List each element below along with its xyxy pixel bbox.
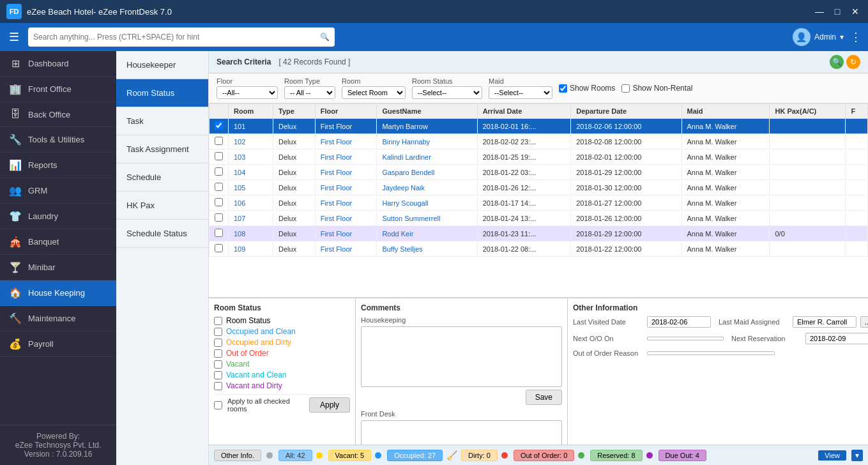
sub-sidebar-item-schedule[interactable]: Schedule [116, 164, 208, 192]
sub-sidebar-item-task[interactable]: Task [116, 107, 208, 135]
floor-select[interactable]: --All--First FloorSecond FloorThird Floo… [217, 86, 278, 99]
hamburger-menu-icon[interactable]: ☰ [6, 27, 22, 47]
arrival-cell: 2018-01-22 08:... [477, 241, 571, 257]
sidebar-item-back-office[interactable]: 🗄 Back Office [0, 102, 116, 127]
table-row[interactable]: 101 Delux First Floor Martyn Barrow 2018… [209, 119, 868, 134]
maid-cell: Anna M. Walker [681, 149, 770, 165]
all-badge-button[interactable]: All: 42 [278, 450, 312, 461]
apply-button[interactable]: Apply [309, 397, 350, 413]
row-checkbox[interactable] [215, 137, 223, 145]
row-checkbox-cell[interactable] [209, 241, 229, 257]
more-options-icon[interactable]: ⋮ [850, 30, 862, 44]
table-row[interactable]: 105 Delux First Floor Jaydeep Naik 2018-… [209, 180, 868, 195]
show-rooms-checkbox[interactable] [559, 84, 567, 93]
arrival-cell: 2018-01-23 11:... [477, 226, 571, 241]
col-hk: HK Pax(A/C) [770, 104, 846, 119]
row-checkbox[interactable] [215, 229, 223, 237]
apply-all-checkbox[interactable] [214, 401, 222, 409]
search-criteria-search-icon[interactable]: 🔍 [830, 55, 844, 69]
sidebar-item-tools-utilities[interactable]: 🔧 Tools & Utilities [0, 127, 116, 153]
close-button[interactable]: ✕ [849, 6, 862, 17]
row-checkbox[interactable] [215, 213, 223, 222]
sidebar-item-house-keeping[interactable]: 🏠 House Keeping [0, 280, 116, 306]
rs-va-checkbox[interactable] [214, 360, 222, 369]
row-checkbox-cell[interactable] [209, 165, 229, 180]
reserved-badge-button[interactable]: Reserved: 8 [590, 450, 642, 461]
rs-vd-checkbox[interactable] [214, 382, 222, 390]
table-row[interactable]: 107 Delux First Floor Sutton Summerrell … [209, 211, 868, 226]
sidebar-item-minibar[interactable]: 🍸 Minibar [0, 255, 116, 280]
search-box[interactable]: 🔍 [28, 27, 335, 47]
row-checkbox-cell[interactable] [209, 195, 229, 211]
rs-od-checkbox[interactable] [214, 339, 222, 347]
sidebar-item-front-office[interactable]: 🏢 Front Office [0, 77, 116, 102]
maintenance-icon: 🔨 [9, 312, 22, 324]
row-checkbox-cell[interactable] [209, 180, 229, 195]
row-checkbox-cell[interactable] [209, 149, 229, 165]
row-checkbox-cell[interactable] [209, 226, 229, 241]
row-checkbox[interactable] [215, 167, 223, 176]
house-keeping-icon: 🏠 [9, 287, 22, 299]
view-button[interactable]: View [818, 450, 846, 461]
room-status-select[interactable]: --Select--OccupiedVacantOut of Order [412, 86, 482, 99]
row-checkbox-cell[interactable] [209, 119, 229, 134]
sub-sidebar-item-task-assignment[interactable]: Task Assignment [116, 135, 208, 164]
sidebar-item-banquet[interactable]: 🎪 Banquet [0, 229, 116, 255]
minimize-button[interactable]: — [813, 6, 826, 17]
maximize-button[interactable]: □ [831, 6, 844, 17]
table-row[interactable]: 106 Delux First Floor Harry Scougall 201… [209, 195, 868, 211]
maid-select[interactable]: --Select-- [489, 86, 552, 99]
sidebar-item-payroll[interactable]: 💰 Payroll [0, 332, 116, 357]
dots-button[interactable]: .. [860, 316, 868, 328]
sub-sidebar-item-housekeeper[interactable]: Housekeeper [116, 51, 208, 79]
rs-oo-checkbox[interactable] [214, 349, 222, 358]
show-non-rental-checkbox[interactable] [621, 84, 630, 93]
front-desk-textarea[interactable] [361, 420, 562, 445]
row-checkbox[interactable] [215, 183, 223, 191]
row-checkbox-cell[interactable] [209, 134, 229, 149]
sub-sidebar-item-room-status[interactable]: Room Status [116, 79, 208, 107]
sidebar-item-reports[interactable]: 📊 Reports [0, 153, 116, 178]
search-input[interactable] [33, 33, 316, 42]
bottom-panels: Room Status Room Status Occupied and Cle… [209, 298, 868, 445]
row-checkbox[interactable] [215, 244, 223, 252]
table-row[interactable]: 109 Delux First Floor Buffy Stelljes 201… [209, 241, 868, 257]
dueout-badge-button[interactable]: Due Out: 4 [659, 450, 706, 461]
sidebar-item-dashboard[interactable]: ⊞ Dashboard [0, 51, 116, 77]
dirty-badge-button[interactable]: Dirty: 0 [461, 450, 498, 461]
sub-sidebar-item-schedule-status[interactable]: Schedule Status [116, 220, 208, 248]
status-bar: Other Info. All: 42 Vacant: 5 Occupied: … [209, 445, 868, 465]
rs-vc-checkbox[interactable] [214, 371, 222, 379]
rs-all-checkbox[interactable] [214, 317, 222, 325]
sidebar-item-grm[interactable]: 👥 GRM [0, 178, 116, 204]
occupied-badge-button[interactable]: Occupied: 27 [387, 450, 443, 461]
vacant-badge-button[interactable]: Vacant: 5 [328, 450, 372, 461]
rs-vc-label: Vacant and Clean [226, 370, 287, 379]
col-room: Room [229, 104, 273, 119]
table-row[interactable]: 108 Delux First Floor Rodd Keir 2018-01-… [209, 226, 868, 241]
row-checkbox[interactable] [215, 198, 223, 206]
f-cell [846, 134, 868, 149]
table-row[interactable]: 104 Delux First Floor Gasparo Bendell 20… [209, 165, 868, 180]
sidebar-item-maintenance[interactable]: 🔨 Maintenance [0, 306, 116, 332]
room-type-select[interactable]: -- All --DeluxSuiteStandard [284, 86, 335, 99]
row-checkbox[interactable] [215, 121, 223, 130]
sidebar-item-laundry[interactable]: 👕 Laundry [0, 204, 116, 229]
search-criteria-refresh-icon[interactable]: ↻ [846, 55, 860, 69]
sub-sidebar-item-hk-pax[interactable]: HK Pax [116, 192, 208, 220]
ooo-badge-button[interactable]: Out of Order: 0 [514, 450, 574, 461]
room-select[interactable]: Select Room [342, 86, 406, 99]
rs-oc-checkbox[interactable] [214, 328, 222, 336]
row-checkbox[interactable] [215, 152, 223, 160]
table-row[interactable]: 102 Delux First Floor Binny Hannaby 2018… [209, 134, 868, 149]
row-checkbox-cell[interactable] [209, 211, 229, 226]
col-guest: GuestName [377, 104, 477, 119]
admin-button[interactable]: 👤 Admin ▾ [793, 28, 844, 46]
save-button[interactable]: Save [526, 390, 562, 405]
maid-cell: Anna M. Walker [681, 195, 770, 211]
housekeeping-textarea[interactable] [361, 326, 562, 387]
table-row[interactable]: 103 Delux First Floor Kalindi Lardiner 2… [209, 149, 868, 165]
other-info-button[interactable]: Other Info. [214, 450, 261, 461]
rs-vd-label: Vacant and Dirty [226, 381, 282, 390]
view-dropdown-button[interactable]: ▾ [851, 450, 863, 461]
